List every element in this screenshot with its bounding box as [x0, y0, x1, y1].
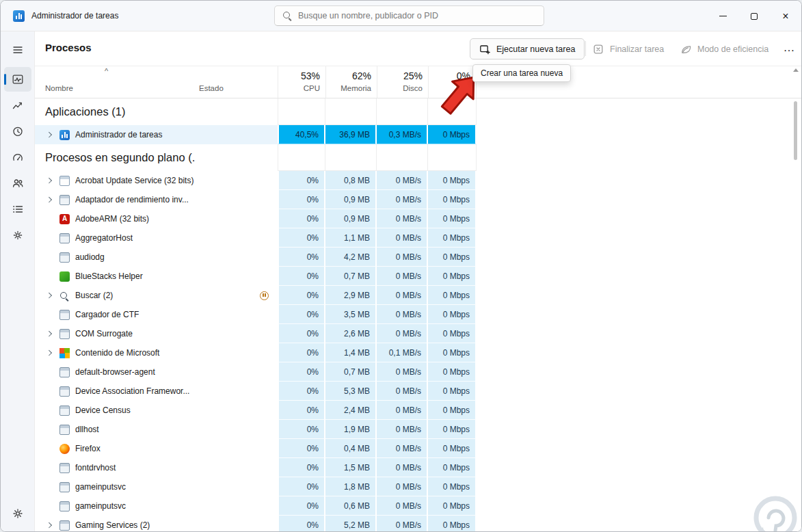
- process-name: gameinputsvc: [75, 501, 126, 511]
- column-header-cpu[interactable]: 53% CPU: [278, 66, 325, 98]
- name-cell: fontdrvhost: [35, 458, 196, 477]
- name-cell: Acrobat Update Service (32 bits): [35, 171, 196, 190]
- disk-cell: 0 MB/s: [377, 382, 428, 401]
- expand-chevron-icon[interactable]: [47, 351, 59, 355]
- process-name: default-browser-agent: [75, 367, 155, 377]
- network-cell: 0 Mbps: [428, 343, 477, 362]
- process-row[interactable]: Device Association Framewor...0%5,3 MB0 …: [35, 382, 801, 401]
- sidebar-item-performance[interactable]: [4, 93, 31, 118]
- column-header-memory[interactable]: 62% Memoria: [325, 66, 377, 98]
- process-row[interactable]: AdobeARM (32 bits)0%0,9 MB0 MB/s0 Mbps: [35, 209, 801, 228]
- process-row[interactable]: dllhost0%1,9 MB0 MB/s0 Mbps: [35, 420, 801, 439]
- close-button[interactable]: ×: [770, 1, 801, 31]
- scrollbar-thumb[interactable]: [794, 101, 797, 160]
- row-filler: [477, 248, 801, 267]
- process-row[interactable]: default-browser-agent0%0,7 MB0 MB/s0 Mbp…: [35, 362, 801, 382]
- process-row[interactable]: gameinputsvc0%1,8 MB0 MB/s0 Mbps: [35, 477, 801, 496]
- close-icon: ×: [782, 10, 788, 23]
- more-options-button[interactable]: …: [777, 37, 801, 58]
- process-name: Firefox: [75, 444, 101, 453]
- process-row[interactable]: Cargador de CTF0%3,5 MB0 MB/s0 Mbps: [35, 305, 801, 324]
- process-row[interactable]: Contenido de Microsoft0%1,4 MB0,1 MB/s0 …: [35, 343, 801, 362]
- cpu-cell: 0%: [278, 286, 325, 305]
- process-row[interactable]: AggregatorHost0%1,1 MB0 MB/s0 Mbps: [35, 228, 801, 248]
- row-filler: [477, 343, 801, 362]
- group-label: Aplicaciones (1): [45, 105, 125, 118]
- name-cell: Procesos en segundo plano (...: [35, 144, 196, 171]
- group-row[interactable]: Procesos en segundo plano (...: [35, 144, 801, 171]
- efficiency-mode-button[interactable]: Modo de eficiencia: [680, 38, 768, 59]
- network-cell: 0 Mbps: [428, 209, 477, 228]
- cpu-cell: 0%: [278, 362, 325, 382]
- process-row[interactable]: gameinputsvc0%0,6 MB0 MB/s0 Mbps: [35, 496, 801, 516]
- maximize-button[interactable]: [738, 1, 770, 31]
- hamburger-menu-button[interactable]: [4, 38, 31, 62]
- scrollbar[interactable]: [792, 67, 800, 530]
- ellipsis-icon: …: [784, 41, 795, 55]
- column-header-disk[interactable]: 25% Disco: [377, 66, 428, 98]
- process-row[interactable]: Gaming Services (2)0%5,2 MB0 MB/s0 Mbps: [35, 516, 801, 532]
- row-filler: [477, 171, 801, 190]
- column-header-status[interactable]: Estado: [196, 66, 278, 98]
- sidebar-item-startup-apps[interactable]: [4, 145, 31, 170]
- sidebar-item-details[interactable]: [4, 197, 31, 222]
- cpu-cell: [278, 98, 325, 125]
- process-row[interactable]: COM Surrogate0%2,6 MB0 MB/s0 Mbps: [35, 324, 801, 343]
- memory-cell: 2,9 MB: [325, 286, 377, 305]
- name-cell: Cargador de CTF: [35, 305, 196, 324]
- sidebar-item-users[interactable]: [4, 171, 31, 196]
- sidebar-item-services[interactable]: [4, 223, 31, 248]
- sidebar-item-processes[interactable]: [4, 67, 31, 92]
- startup-apps-icon: [12, 151, 24, 163]
- process-name: AdobeARM (32 bits): [75, 214, 149, 224]
- generic-icon: [59, 329, 70, 339]
- process-row[interactable]: Device Census0%2,4 MB0 MB/s0 Mbps: [35, 401, 801, 420]
- performance-icon: [12, 99, 24, 111]
- group-row[interactable]: Aplicaciones (1): [35, 98, 801, 125]
- process-name: fontdrvhost: [75, 463, 116, 473]
- process-row[interactable]: audiodg0%4,2 MB0 MB/s0 Mbps: [35, 248, 801, 267]
- disk-cell: [377, 144, 428, 171]
- run-new-task-button[interactable]: Ejecutar nueva tarea: [470, 38, 585, 59]
- expand-chevron-icon[interactable]: [47, 178, 59, 183]
- content-area: Procesos Ejecutar nueva tarea Finalizar …: [35, 31, 801, 532]
- expand-chevron-icon[interactable]: [47, 293, 59, 297]
- process-row[interactable]: Firefox0%0,4 MB0 MB/s0 Mbps: [35, 439, 801, 458]
- name-cell: AggregatorHost: [35, 228, 196, 248]
- row-filler: [477, 125, 801, 144]
- process-row[interactable]: Administrador de tareas40,5%36,9 MB0,3 M…: [35, 125, 801, 144]
- disk-cell: 0 MB/s: [377, 267, 428, 286]
- expand-chevron-icon[interactable]: [47, 198, 59, 202]
- expand-chevron-icon[interactable]: [47, 332, 59, 336]
- sidebar: [1, 31, 35, 532]
- process-name: audiodg: [75, 252, 105, 262]
- minimize-button[interactable]: [707, 1, 738, 31]
- gaming-icon: [59, 520, 70, 531]
- search-input[interactable]: [298, 11, 536, 21]
- process-row[interactable]: Acrobat Update Service (32 bits)0%0,8 MB…: [35, 171, 801, 190]
- expand-chevron-icon[interactable]: [47, 133, 59, 137]
- process-row[interactable]: fontdrvhost0%1,5 MB0 MB/s0 Mbps: [35, 458, 801, 477]
- sidebar-item-app-history[interactable]: [4, 119, 31, 144]
- scroll-up-icon[interactable]: [793, 68, 799, 72]
- minimize-icon: [719, 16, 727, 16]
- status-cell: [196, 477, 278, 496]
- disk-cell: 0 MB/s: [377, 305, 428, 324]
- network-cell: 0 Mbps: [428, 439, 477, 458]
- settings-button[interactable]: [4, 501, 31, 526]
- cpu-cell: 0%: [278, 228, 325, 248]
- toolbar-divider: [585, 41, 586, 56]
- process-row[interactable]: Buscar (2)0%2,9 MB0 MB/s0 Mbps: [35, 286, 801, 305]
- name-cell: Aplicaciones (1): [35, 98, 196, 125]
- cpu-cell: 0%: [278, 324, 325, 343]
- disk-cell: 0 MB/s: [377, 439, 428, 458]
- generic-icon: [59, 425, 70, 435]
- process-row[interactable]: Adaptador de rendimiento inv...0%0,9 MB0…: [35, 190, 801, 209]
- process-name: COM Surrogate: [75, 329, 133, 338]
- network-cell: 0 Mbps: [428, 496, 477, 516]
- column-header-name[interactable]: Nombre: [35, 66, 196, 98]
- status-cell: [196, 382, 278, 401]
- process-row[interactable]: BlueStacks Helper0%0,7 MB0 MB/s0 Mbps: [35, 267, 801, 286]
- expand-chevron-icon[interactable]: [47, 523, 59, 527]
- end-task-button[interactable]: Finalizar tarea: [593, 38, 664, 59]
